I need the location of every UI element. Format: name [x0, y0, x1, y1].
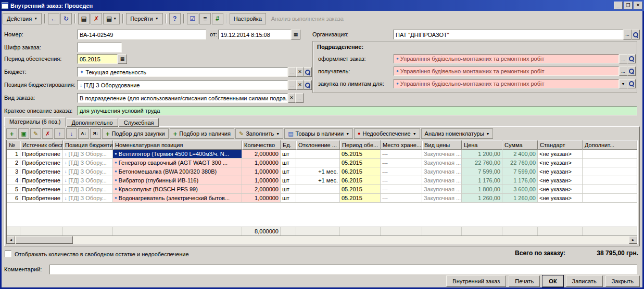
delete-row-button[interactable]: ✗: [42, 128, 53, 139]
cell-unit[interactable]: шт: [281, 150, 296, 159]
cell-qty[interactable]: 1,000000: [242, 176, 281, 185]
cell-standard[interactable]: <не указан>: [538, 159, 583, 167]
cell-budget[interactable]: ↓[ТД] З Обору...: [63, 159, 113, 167]
cell-source[interactable]: Приобретение: [20, 176, 63, 185]
cell-price_type[interactable]: Закупочная ...: [422, 194, 462, 203]
column-header[interactable]: Вид цены: [422, 140, 462, 150]
move-down-button[interactable]: ↓: [66, 128, 77, 139]
structure-button[interactable]: #: [212, 13, 223, 24]
cell-item[interactable]: ●Краскопульт (BOSCH PFS 99): [113, 185, 242, 194]
pick-for-purchase-button[interactable]: +Подбор для закупки: [102, 128, 169, 139]
department-ellipsis-button[interactable]: ...: [619, 54, 627, 63]
add-row-button[interactable]: +: [6, 128, 17, 139]
cell-n[interactable]: 4: [7, 176, 20, 185]
budget-position-ellipsis-button[interactable]: ...: [288, 80, 296, 90]
cell-n[interactable]: 5: [7, 185, 20, 194]
cell-item[interactable]: ●Генератор сварочный (AGT WAGT 300 ...: [113, 159, 242, 167]
table-row[interactable]: 1Приобретение↓[ТД] З Обору...●Вентилятор…: [7, 150, 637, 159]
cell-place[interactable]: ---: [381, 194, 422, 203]
scrollbar-thumb[interactable]: [16, 236, 73, 244]
cell-n[interactable]: 6: [7, 194, 20, 203]
list-settings-button[interactable]: ≡: [199, 13, 211, 24]
date-calendar-button[interactable]: ▦: [291, 30, 300, 40]
budget-ellipsis-button[interactable]: ...: [288, 67, 296, 77]
cell-unit[interactable]: шт: [281, 167, 296, 176]
order-type-clear-button[interactable]: ✕: [288, 93, 295, 103]
cell-price[interactable]: 7 599,00: [462, 167, 502, 176]
column-header[interactable]: Период обе...: [340, 140, 381, 150]
cell-item[interactable]: ●Бетономешалка (BWA 200/320 380В): [113, 167, 242, 176]
order-type-ellipsis-button[interactable]: ...: [295, 93, 304, 103]
budget-position-clear-button[interactable]: ✕: [296, 80, 304, 90]
cell-period[interactable]: 05.2015: [340, 194, 381, 203]
cell-extra[interactable]: [583, 185, 637, 194]
cell-sum[interactable]: 1 176,00: [502, 176, 538, 185]
table-row[interactable]: 4Приобретение↓[ТД] З Обору...●Вибратор (…: [7, 176, 637, 185]
column-header[interactable]: Цена: [462, 140, 502, 150]
shortage-button[interactable]: ●Недообеспечение▼: [354, 128, 420, 139]
scrollbar-track[interactable]: [73, 236, 629, 244]
column-header[interactable]: Дополнит...: [583, 140, 637, 150]
cell-qty[interactable]: 2,000000: [242, 185, 281, 194]
cell-price[interactable]: 22 760,00: [462, 159, 502, 167]
bottom-button-3[interactable]: ОК: [542, 275, 563, 287]
cell-n[interactable]: 2: [7, 159, 20, 167]
sort-asc-button[interactable]: А↓: [78, 128, 89, 139]
cell-period[interactable]: 05.2015: [340, 185, 381, 194]
minimize-button[interactable]: _: [614, 2, 623, 9]
table-row[interactable]: 2Приобретение↓[ТД] З Обору...●Генератор …: [7, 159, 637, 167]
cell-extra[interactable]: [583, 176, 637, 185]
short-desc-field[interactable]: для улучшения условий труда: [77, 106, 637, 115]
reread-button[interactable]: ↻: [60, 13, 72, 24]
cell-price[interactable]: 1 200,00: [462, 150, 502, 159]
cell-extra[interactable]: [583, 194, 637, 203]
cell-place[interactable]: ---: [381, 150, 422, 159]
cell-budget[interactable]: ↓[ТД] З Обору...: [63, 185, 113, 194]
column-header[interactable]: Источник обесп...: [20, 140, 63, 150]
maximize-button[interactable]: ❐: [624, 2, 633, 9]
pick-from-stock-button[interactable]: +Подбор из наличия: [170, 128, 234, 139]
department-search-button[interactable]: [627, 79, 636, 88]
help-button[interactable]: ?: [169, 13, 181, 24]
department-ellipsis-button[interactable]: ...: [619, 67, 627, 76]
cell-extra[interactable]: [583, 159, 637, 167]
department-field[interactable]: ●Управління будівельно-монтажних та ремо…: [394, 54, 619, 63]
copy-button[interactable]: ▤: [78, 13, 90, 24]
column-header[interactable]: Место хране...: [381, 140, 422, 150]
period-field[interactable]: 05.2015: [77, 54, 118, 64]
cell-price[interactable]: 1 176,00: [462, 176, 502, 185]
checklist-button[interactable]: ☑: [187, 13, 198, 24]
comment-field[interactable]: [49, 265, 637, 274]
cell-budget[interactable]: ↓[ТД] З Обору...: [63, 167, 113, 176]
cell-unit[interactable]: шт: [281, 194, 296, 203]
bottom-button-1[interactable]: Внутренний заказ: [446, 275, 506, 287]
period-calendar-button[interactable]: ▦: [118, 54, 127, 64]
department-field[interactable]: ●Управління будівельно-монтажних та ремо…: [394, 67, 619, 76]
column-header[interactable]: Отклонение ...: [296, 140, 340, 150]
table-row[interactable]: 6Приобретение↓[ТД] З Обору...●Водонагрев…: [7, 194, 637, 203]
cell-item[interactable]: ●Вибратор (глубинный ИВ-116): [113, 176, 242, 185]
scroll-left-button[interactable]: ◄: [7, 236, 15, 244]
cell-sum[interactable]: 7 599,00: [502, 167, 538, 176]
title-bar[interactable]: Внутренний заказ: Проведен _ ❐ ✕: [0, 0, 644, 11]
cell-unit[interactable]: шт: [281, 159, 296, 167]
cell-period[interactable]: 06.2015: [340, 176, 381, 185]
cell-qty[interactable]: 1,000000: [242, 159, 281, 167]
cell-sum[interactable]: 2 400,00: [502, 150, 538, 159]
print-button[interactable]: ▤▼: [103, 13, 120, 24]
cell-n[interactable]: 1: [7, 150, 20, 159]
bottom-button-2[interactable]: Печать: [509, 275, 540, 287]
column-header[interactable]: Количество: [242, 140, 281, 150]
cell-extra[interactable]: [583, 150, 637, 159]
cell-place[interactable]: ---: [381, 167, 422, 176]
tab-1[interactable]: Материалы (6 поз.): [4, 117, 66, 127]
cell-price[interactable]: 1 260,00: [462, 194, 502, 203]
organization-ellipsis-button[interactable]: ...: [623, 30, 632, 40]
number-field[interactable]: ВА-14-02549: [77, 30, 206, 40]
actions-button[interactable]: Действия ▼: [3, 13, 42, 24]
cell-qty[interactable]: 1,000000: [242, 167, 281, 176]
table-row[interactable]: 3Приобретение↓[ТД] З Обору...●Бетономеша…: [7, 167, 637, 176]
budget-position-search-button[interactable]: [304, 80, 312, 90]
column-header[interactable]: Позиция бюджети...: [63, 140, 113, 150]
cell-budget[interactable]: ↓[ТД] З Обору...: [63, 150, 113, 159]
